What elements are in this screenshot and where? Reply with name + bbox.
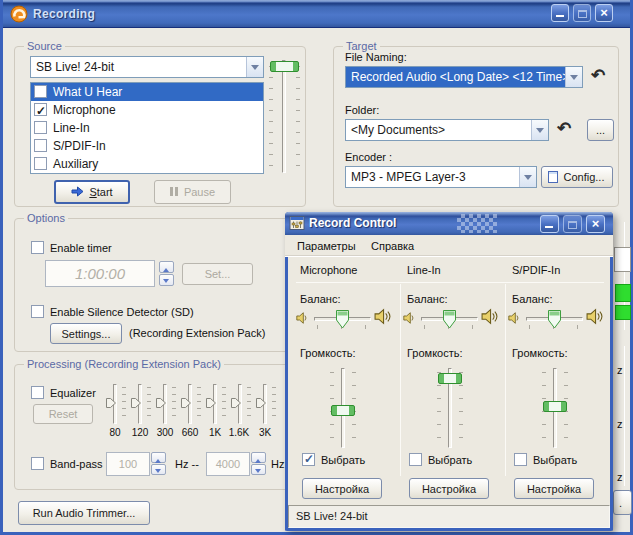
maximize-icon[interactable] <box>563 215 582 233</box>
bandpass-high-spinner[interactable] <box>251 452 266 476</box>
item-checkbox[interactable]: ✓ <box>34 103 47 116</box>
balance-thumb[interactable] <box>443 310 456 331</box>
minimize-icon[interactable] <box>540 215 559 233</box>
undo-icon[interactable]: ↶ <box>557 121 571 137</box>
channel-settings-button[interactable]: Настройка <box>409 478 489 499</box>
volume-thumb[interactable] <box>438 373 462 384</box>
hidden-button-fragment[interactable]: . <box>613 490 632 515</box>
timer-spinner[interactable] <box>159 261 174 287</box>
vu-meter-segment <box>615 284 631 302</box>
spin-up-icon[interactable] <box>159 261 174 273</box>
list-item[interactable]: S/PDIF-In <box>31 137 263 155</box>
balance-thumb[interactable] <box>336 310 349 331</box>
source-level-thumb[interactable] <box>270 61 299 72</box>
eq-thumb[interactable] <box>206 398 216 408</box>
eq-thumb[interactable] <box>231 398 241 408</box>
chevron-down-icon[interactable] <box>246 57 263 77</box>
minimize-icon[interactable] <box>551 4 569 22</box>
channel-settings-button[interactable]: Настройка <box>514 478 594 499</box>
spin-up-icon[interactable] <box>151 452 166 463</box>
slider-ticks <box>147 387 151 422</box>
volume-thumb[interactable] <box>331 405 355 416</box>
select-checkbox[interactable] <box>514 453 527 466</box>
select-label: Выбрать <box>321 454 365 466</box>
eq-thumb[interactable] <box>131 398 141 408</box>
bandpass-end-label: Hz <box>271 458 284 470</box>
list-item[interactable]: What U Hear <box>31 83 263 101</box>
item-checkbox[interactable] <box>34 157 47 170</box>
speaker-left-icon <box>403 311 416 327</box>
spin-down-icon[interactable] <box>251 464 266 475</box>
slider-ticks <box>269 66 273 174</box>
pause-button[interactable]: Pause <box>154 180 231 204</box>
timer-field[interactable]: 1:00:00 <box>45 260 155 287</box>
eq-band-label: 660 <box>177 427 203 438</box>
volume-label: Громкость: <box>300 347 356 359</box>
item-checkbox[interactable] <box>34 121 47 134</box>
undo-icon[interactable]: ↶ <box>591 68 605 84</box>
file-naming-combo[interactable]: Recorded Audio <Long Date> <12 Time> <box>345 66 583 88</box>
bandpass-low-field[interactable]: 100 <box>106 452 150 476</box>
channel-settings-button[interactable]: Настройка <box>302 478 382 499</box>
eq-thumb[interactable] <box>256 398 266 408</box>
titlebar-artifact <box>457 214 497 233</box>
select-checkbox[interactable] <box>409 453 422 466</box>
item-checkbox[interactable] <box>34 85 47 98</box>
spin-down-icon[interactable] <box>159 274 174 286</box>
hidden-group-edge <box>624 346 625 486</box>
volume-thumb[interactable] <box>543 401 567 412</box>
folder-combo[interactable]: <My Documents> <box>345 119 549 141</box>
chevron-down-icon[interactable] <box>519 167 536 187</box>
eq-reset-button[interactable]: Reset <box>33 404 93 424</box>
record-control-titlebar[interactable]: Record Control × <box>285 212 613 235</box>
list-item[interactable]: ✓ Microphone <box>31 101 263 119</box>
rep-note: (Recording Extension Pack) <box>129 327 265 339</box>
close-icon[interactable]: × <box>586 215 605 233</box>
eq-thumb[interactable] <box>181 398 191 408</box>
recording-titlebar[interactable]: Recording × <box>3 0 630 28</box>
settings-button[interactable]: Settings... <box>50 323 122 344</box>
start-button[interactable]: Start <box>54 180 130 204</box>
equalizer-checkbox[interactable] <box>31 386 44 399</box>
balance-label: Баланс: <box>407 293 448 305</box>
browse-button[interactable]: ... <box>587 119 614 141</box>
select-label: Выбрать <box>533 454 577 466</box>
enable-sd-checkbox[interactable] <box>31 305 44 318</box>
divider <box>400 284 401 476</box>
source-device-combo[interactable]: SB Live! 24-bit <box>30 56 264 78</box>
encoder-combo[interactable]: MP3 - MPEG Layer-3 <box>345 166 537 188</box>
mixer-icon <box>289 215 305 233</box>
menu-help[interactable]: Справка <box>367 239 418 253</box>
maximize-icon[interactable] <box>573 4 591 22</box>
spin-up-icon[interactable] <box>251 452 266 463</box>
item-checkbox[interactable] <box>34 139 47 152</box>
encoder-value: MP3 - MPEG Layer-3 <box>346 167 519 187</box>
source-level-slider[interactable] <box>282 60 286 173</box>
list-item-label: Line-In <box>53 121 90 135</box>
list-item[interactable]: Line-In <box>31 119 263 137</box>
select-checkbox[interactable]: ✓ <box>302 453 315 466</box>
record-control-window: Record Control × Параметры Справка Micro… <box>285 212 613 531</box>
file-naming-label: File Naming: <box>345 51 407 63</box>
chevron-down-icon[interactable] <box>565 67 582 87</box>
bandpass-high-field[interactable]: 4000 <box>206 452 250 476</box>
eq-thumb[interactable] <box>156 398 166 408</box>
chevron-down-icon[interactable] <box>531 120 548 140</box>
slider-ticks <box>296 66 300 174</box>
bandpass-checkbox[interactable] <box>31 457 44 470</box>
run-audio-trimmer-button[interactable]: Run Audio Trimmer... <box>18 501 150 525</box>
config-button[interactable]: Config... <box>541 166 613 188</box>
eq-thumb[interactable] <box>106 398 116 408</box>
enable-timer-checkbox[interactable] <box>31 241 44 254</box>
source-listbox[interactable]: What U Hear ✓ Microphone Line-In S/PDIF-… <box>30 82 264 174</box>
set-button[interactable]: Set... <box>182 263 253 285</box>
bandpass-low-spinner[interactable] <box>151 452 166 476</box>
document-icon <box>548 171 558 183</box>
balance-thumb[interactable] <box>548 310 561 331</box>
spin-down-icon[interactable] <box>151 464 166 475</box>
list-item[interactable]: Auxiliary <box>31 155 263 173</box>
close-icon[interactable]: × <box>595 4 613 22</box>
folder-label: Folder: <box>345 104 379 116</box>
menu-parameters[interactable]: Параметры <box>293 239 360 253</box>
eq-band-label: 1K <box>202 427 228 438</box>
